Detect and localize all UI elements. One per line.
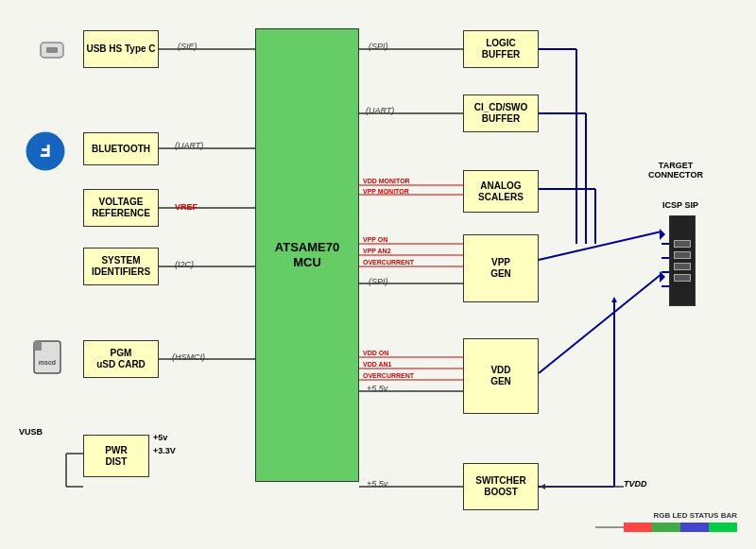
bluetooth-icon: ⅎ [19,125,71,177]
vdd-on-label: VDD ON [363,350,388,356]
analog-scalers-block: ANALOGSCALERS [463,170,539,213]
overcurrent-vdd-label: OVERCURRENT [363,372,414,379]
vref-label: VREF [175,202,198,212]
svg-rect-46 [34,341,42,351]
rgb-led-status-bar: RGB LED STATUS BAR [624,511,737,532]
rgb-seg-red [624,523,652,532]
i2c-label: (I2C) [175,260,194,269]
svg-marker-30 [611,297,617,302]
vpp-on-label: VPP ON [363,236,387,243]
vdd-an1-label: VDD AN1 [363,361,391,368]
voltage-ref-block: VOLTAGEREFERENCE [83,189,159,227]
svg-text:ⅎ: ⅎ [40,138,51,162]
switcher-boost-block: SWITCHERBOOST [463,463,539,510]
usb-hs-block: USB HS Type C [83,30,159,68]
plus5v-label: +5v [153,433,167,442]
ci-cd-buffer-block: CI_CD/SWOBUFFER [463,94,539,132]
plus55v-boost-label: +5.5v [367,479,387,489]
svg-rect-42 [46,47,58,53]
vpp-an2-label: VPP AN2 [363,248,391,254]
target-connector-label: TARGETCONNECTOR [624,161,728,180]
pgm-usd-block: PGMuSD CARD [83,340,159,378]
svg-text:mscd: mscd [38,359,55,366]
spi-top-label: (SPI) [369,42,388,51]
tvdd-label: TVDD [624,479,647,489]
sie-label: (SIE) [178,42,198,51]
rgb-led-label: RGB LED STATUS BAR [653,511,737,520]
vdd-gen-block: VDDGEN [463,338,539,414]
system-id-block: SYSTEMIDENTIFIERS [83,248,159,285]
svg-line-26 [539,274,662,373]
block-diagram: USB HS Type C BLUETOOTH ⅎ VOLTAGEREFEREN… [0,0,756,549]
icsp-connector-block [669,215,696,306]
vpp-gen-block: VPPGEN [463,234,539,302]
pwr-dist-block: PWRDIST [83,435,149,477]
overcurrent-vpp-label: OVERCURRENT [363,259,414,266]
uart-top-label: (UART) [366,106,394,115]
svg-marker-32 [540,484,545,489]
hsmci-label: (HSMCI) [172,352,205,362]
rgb-seg-green2 [709,523,737,532]
sd-card-icon: mscd [21,331,73,383]
icsp-sip-label: ICSP SIP [643,200,718,210]
plus33v-label: +3.3V [153,446,176,455]
svg-marker-27 [660,271,665,283]
svg-marker-25 [660,229,665,240]
mcu-block: ATSAME70MCU [255,28,359,482]
plus55v-vdd-label: +5.5v [367,384,387,393]
rgb-bar-strip [624,523,737,532]
rgb-seg-green1 [652,523,680,532]
bluetooth-block: BLUETOOTH [83,132,159,165]
vusb-label: VUSB [19,427,43,437]
spi-vpp-label: (SPI) [369,277,388,286]
svg-line-24 [539,232,662,260]
usb-icon [28,26,76,74]
vdd-monitor-label: VDD MONITOR [363,178,410,184]
vpp-monitor-label: VPP MONITOR [363,188,409,195]
logic-buffer-block: LOGICBUFFER [463,30,539,68]
rgb-seg-blue [680,523,709,532]
uart-bt-label: (UART) [175,141,203,150]
